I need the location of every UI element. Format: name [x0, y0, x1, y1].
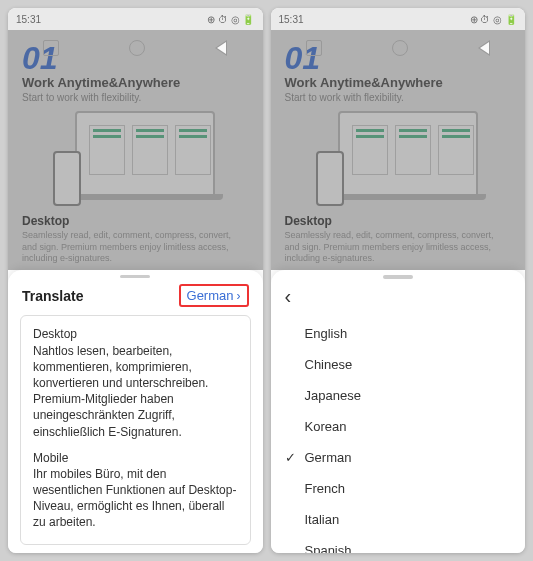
language-option[interactable]: ✓German — [271, 442, 526, 473]
status-time: 15:31 — [279, 14, 304, 25]
back-icon[interactable]: ‹ — [271, 283, 306, 316]
language-label: Spanish — [305, 543, 352, 553]
translation-box[interactable]: DesktopNahtlos lesen, bearbeiten, kommen… — [20, 315, 251, 545]
status-bar: 15:31 ⊕ ⏱ ◎ 🔋 — [271, 8, 526, 30]
translation-paragraph: MobileIhr mobiles Büro, mit den wesentli… — [33, 450, 238, 531]
language-label: English — [305, 326, 348, 341]
recent-apps-button[interactable] — [306, 40, 322, 56]
language-option[interactable]: Italian — [271, 504, 526, 535]
selected-language-label: German — [187, 288, 234, 303]
translate-sheet: Translate German › DesktopNahtlos lesen,… — [8, 270, 263, 553]
scrim — [271, 30, 526, 270]
status-icons: ⊕ ⏱ ◎ 🔋 — [207, 14, 254, 25]
language-option[interactable]: French — [271, 473, 526, 504]
language-selector[interactable]: German › — [179, 284, 249, 307]
language-label: Japanese — [305, 388, 361, 403]
drag-handle[interactable] — [120, 275, 150, 278]
language-label: Chinese — [305, 357, 353, 372]
language-list[interactable]: EnglishChineseJapaneseKorean✓GermanFrenc… — [271, 316, 526, 553]
translation-paragraph: CloudMühelos Dateien und E-Unterschrifte… — [33, 541, 238, 545]
language-label: Italian — [305, 512, 340, 527]
language-option[interactable]: Japanese — [271, 380, 526, 411]
language-sheet: ‹ EnglishChineseJapaneseKorean✓GermanFre… — [271, 270, 526, 553]
back-button[interactable] — [478, 40, 490, 56]
recent-apps-button[interactable] — [43, 40, 59, 56]
status-icons: ⊕ ⏱ ◎ 🔋 — [470, 14, 517, 25]
phone-left: 15:31 ⊕ ⏱ ◎ 🔋 01 Work Anytime&Anywhere S… — [8, 8, 263, 553]
language-option[interactable]: Korean — [271, 411, 526, 442]
chevron-right-icon: › — [237, 289, 241, 303]
language-label: Korean — [305, 419, 347, 434]
language-option[interactable]: Spanish — [271, 535, 526, 553]
language-option[interactable]: Chinese — [271, 349, 526, 380]
translation-paragraph: DesktopNahtlos lesen, bearbeiten, kommen… — [33, 326, 238, 439]
back-button[interactable] — [215, 40, 227, 56]
language-label: German — [305, 450, 352, 465]
sheet-title: Translate — [22, 288, 83, 304]
language-label: French — [305, 481, 345, 496]
drag-handle[interactable] — [383, 275, 413, 279]
sheet-header: Translate German › — [8, 282, 263, 315]
phone-right: 15:31 ⊕ ⏱ ◎ 🔋 01 Work Anytime&Anywhere S… — [271, 8, 526, 553]
language-option[interactable]: English — [271, 318, 526, 349]
status-bar: 15:31 ⊕ ⏱ ◎ 🔋 — [8, 8, 263, 30]
check-icon: ✓ — [285, 450, 296, 465]
scrim — [8, 30, 263, 270]
home-button[interactable] — [129, 40, 145, 56]
status-time: 15:31 — [16, 14, 41, 25]
home-button[interactable] — [392, 40, 408, 56]
